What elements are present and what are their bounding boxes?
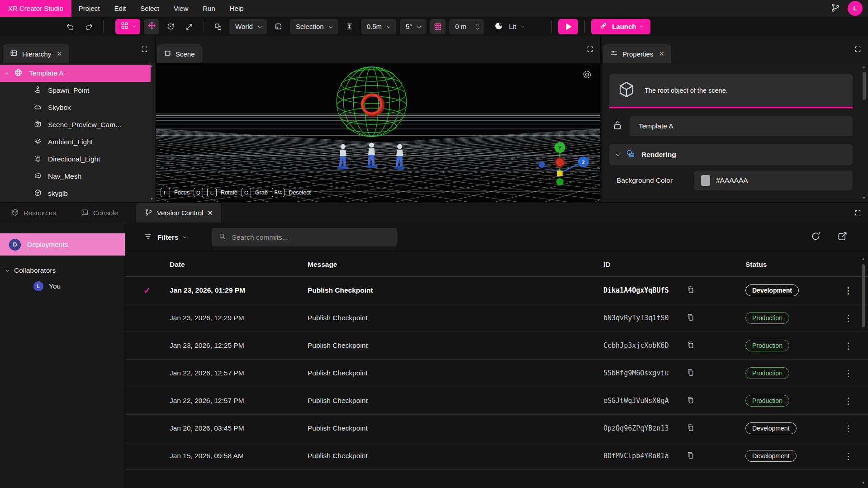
- properties-panel: Properties ✕ The root object of the scen…: [600, 36, 868, 202]
- commit-date: Jan 23, 2026, 01:29 PM: [170, 286, 308, 294]
- close-icon[interactable]: ✕: [57, 50, 62, 58]
- grid-height-stepper[interactable]: 0 m: [449, 19, 484, 34]
- commit-row[interactable]: Jan 20, 2026, 03:45 PM Publish Checkpoin…: [125, 415, 868, 442]
- tree-item[interactable]: Scene_Preview_Cam...: [0, 116, 151, 133]
- rotate-snap-dropdown[interactable]: 5°: [400, 19, 427, 34]
- commit-row[interactable]: Jan 22, 2026, 12:57 PM Publish Checkpoin…: [125, 360, 868, 387]
- commit-row[interactable]: ✓ Jan 23, 2026, 01:29 PM Publish Checkpo…: [125, 277, 868, 304]
- create-commit-icon[interactable]: [837, 231, 848, 244]
- tab-version-control[interactable]: Version Control ✕: [136, 203, 221, 223]
- tree-item[interactable]: Spawn_Point: [0, 82, 151, 99]
- scroll-up-icon[interactable]: ▲: [862, 65, 866, 70]
- launch-button[interactable]: Launch: [591, 19, 650, 34]
- copy-icon[interactable]: [686, 313, 695, 323]
- scale-tool-button[interactable]: [182, 19, 197, 34]
- tab-resources[interactable]: Resources: [3, 203, 64, 223]
- background-color-field[interactable]: #AAAAAA: [694, 171, 853, 190]
- scrollbar-thumb[interactable]: [862, 264, 865, 327]
- menu-project[interactable]: Project: [71, 0, 107, 17]
- copy-icon[interactable]: [686, 423, 695, 434]
- grid-snap-toggle[interactable]: [430, 19, 446, 34]
- transform-space-dropdown[interactable]: World: [229, 19, 267, 34]
- search-commits-box[interactable]: [212, 228, 397, 246]
- filters-button[interactable]: Filters: [143, 232, 186, 243]
- menu-run[interactable]: Run: [195, 0, 223, 17]
- search-commits-input[interactable]: [232, 233, 390, 242]
- rendering-section-header[interactable]: Rendering: [609, 144, 853, 165]
- scrollbar-thumb[interactable]: [863, 72, 866, 100]
- hierarchy-scrollbar[interactable]: ▲ ▼: [149, 64, 154, 201]
- sidebar-item-collaborators[interactable]: Collaborators: [0, 263, 125, 278]
- object-name-field[interactable]: Template A: [630, 116, 853, 136]
- commit-row[interactable]: Jan 23, 2026, 12:25 PM Publish Checkpoin…: [125, 332, 868, 360]
- tree-item-label: Template A: [29, 69, 64, 77]
- refresh-icon[interactable]: [810, 231, 821, 244]
- color-swatch[interactable]: [701, 175, 710, 186]
- menu-view[interactable]: View: [166, 0, 195, 17]
- viewport-3d[interactable]: Y Z F Focus Q E R: [156, 63, 600, 202]
- scroll-up-icon[interactable]: ▲: [150, 64, 154, 69]
- menu-edit[interactable]: Edit: [107, 0, 133, 17]
- sidebar-item-you[interactable]: L You: [0, 278, 125, 294]
- commits-scrollbar[interactable]: ▲ ▼: [861, 257, 866, 485]
- expand-icon[interactable]: [586, 45, 594, 55]
- pivot-dropdown[interactable]: Selection: [290, 19, 338, 34]
- commit-row[interactable]: Jan 23, 2026, 12:29 PM Publish Checkpoin…: [125, 304, 868, 332]
- stepper-up-icon[interactable]: [476, 24, 479, 27]
- scroll-down-icon[interactable]: ▼: [150, 197, 154, 201]
- tree-item[interactable]: Ambient_Light: [0, 133, 151, 151]
- viewport-settings-gear-icon[interactable]: [582, 70, 592, 81]
- version-control-branch-icon[interactable]: [830, 3, 840, 14]
- tab-console[interactable]: Console: [72, 203, 126, 223]
- stepper-down-icon[interactable]: [476, 26, 479, 29]
- tab-scene[interactable]: Scene: [157, 44, 202, 63]
- commit-message: Publish Checkpoint: [308, 452, 603, 460]
- tree-item-root[interactable]: Template A: [0, 65, 151, 82]
- copy-icon[interactable]: [686, 368, 695, 379]
- commit-row[interactable]: Jan 15, 2026, 09:58 AM Publish Checkpoin…: [125, 442, 868, 470]
- root-object-description: The root object of the scene.: [645, 87, 728, 94]
- rendering-section-label: Rendering: [641, 151, 676, 159]
- tree-item[interactable]: skyglb: [0, 185, 151, 202]
- background-color-label: Background Color: [617, 175, 694, 185]
- rotate-tool-button[interactable]: [163, 19, 178, 34]
- tab-properties[interactable]: Properties ✕: [603, 44, 671, 63]
- move-tool-button[interactable]: [144, 19, 159, 34]
- copy-icon[interactable]: [686, 341, 695, 351]
- column-header-id: ID: [603, 261, 745, 269]
- play-button[interactable]: [558, 19, 578, 34]
- menu-help[interactable]: Help: [223, 0, 251, 17]
- globe-icon: [14, 68, 23, 79]
- copy-icon[interactable]: [686, 451, 695, 461]
- chevron-down-icon[interactable]: [5, 71, 8, 74]
- user-avatar[interactable]: L: [848, 1, 863, 16]
- sidebar-item-deployments[interactable]: D Deployments: [0, 233, 125, 256]
- unlock-icon[interactable]: [612, 120, 623, 133]
- tree-item[interactable]: Nav_Mesh: [0, 168, 151, 185]
- scroll-up-icon[interactable]: ▲: [862, 257, 865, 261]
- tree-item[interactable]: Directional_Light: [0, 151, 151, 168]
- close-icon[interactable]: ✕: [207, 209, 213, 217]
- redo-button[interactable]: [81, 19, 97, 34]
- move-snap-dropdown[interactable]: 0.5m: [361, 19, 396, 34]
- pivot-mode-icon[interactable]: [271, 19, 286, 34]
- undo-button[interactable]: [62, 19, 78, 34]
- copy-icon[interactable]: [686, 396, 695, 406]
- vertical-snap-icon[interactable]: [342, 19, 357, 34]
- tab-hierarchy[interactable]: Hierarchy ✕: [3, 44, 69, 63]
- expand-icon[interactable]: [854, 209, 862, 218]
- tree-item[interactable]: Skybox: [0, 99, 151, 116]
- expand-icon[interactable]: [141, 45, 148, 55]
- properties-scrollbar[interactable]: ▲ ▼: [861, 65, 867, 200]
- close-icon[interactable]: ✕: [659, 50, 664, 58]
- instances-icon[interactable]: [210, 19, 226, 34]
- scroll-down-icon[interactable]: ▼: [862, 196, 866, 200]
- copy-icon[interactable]: [686, 285, 695, 296]
- menu-select[interactable]: Select: [133, 0, 166, 17]
- shading-mode-dropdown[interactable]: Lit: [488, 19, 530, 34]
- gizmo-mode-button[interactable]: [115, 19, 140, 34]
- scroll-down-icon[interactable]: ▼: [862, 481, 865, 485]
- expand-icon[interactable]: [854, 45, 862, 55]
- keycap-q: Q: [194, 188, 203, 197]
- commit-row[interactable]: Jan 22, 2026, 12:57 PM Publish Checkpoin…: [125, 387, 868, 415]
